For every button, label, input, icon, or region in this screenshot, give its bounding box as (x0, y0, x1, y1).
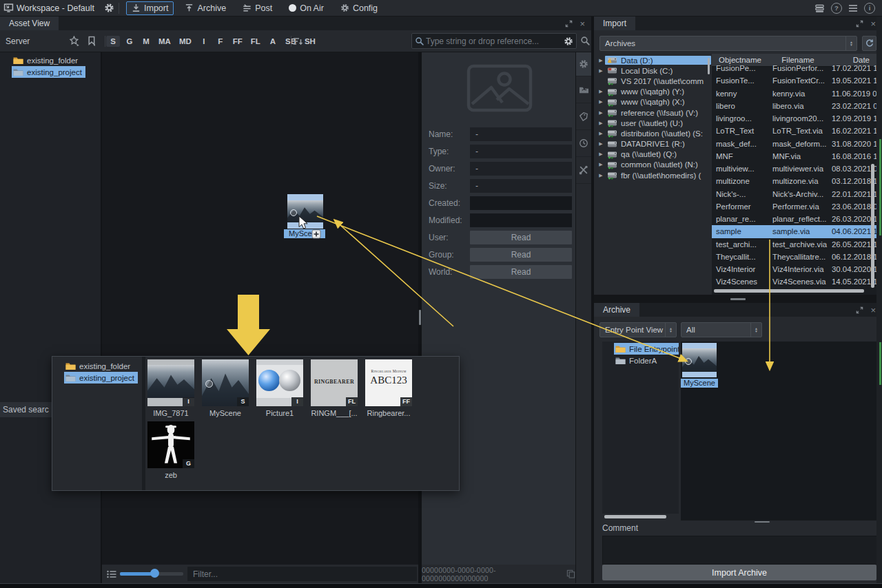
archive-row-kenny[interactable]: kennykenny.via11.06.2019 0 (712, 87, 876, 100)
type-filter-i[interactable]: I (197, 36, 211, 47)
type-filter-m[interactable]: M (139, 36, 153, 47)
panel-expand-icon[interactable] (564, 19, 573, 28)
nav-archive-button[interactable]: Archive (179, 1, 232, 15)
tools-icon[interactable] (576, 157, 591, 184)
expander-icon[interactable]: ▶ (597, 162, 605, 167)
archive-row-livingroo[interactable]: livingroo...livingroom20...12.09.2019 1 (712, 112, 876, 125)
server-tree-item-existing-project[interactable]: existing_project (12, 66, 85, 78)
asset-tile-ringbearer[interactable]: Ringbearer MediumABC123FFRingbearer... (362, 359, 415, 417)
archive-row-libero[interactable]: liberolibero.via23.02.2021 0 (712, 100, 876, 112)
archive-tree-hscrollbar[interactable] (604, 515, 666, 518)
workspace-settings-gear-icon[interactable] (104, 3, 114, 13)
comment-input[interactable] (602, 536, 881, 565)
archive-tree-item-file-entrypoint[interactable]: File Entrypoint (614, 343, 679, 355)
combobox-spinner-icon[interactable]: ▲▼ (665, 323, 676, 337)
asset-tile-ringm[interactable]: RINGBEARERFLRINGM___[... (308, 359, 360, 417)
copy-uuid-icon[interactable] (566, 569, 575, 578)
archive-row-sample[interactable]: samplesample.via04.06.2021 1 (712, 225, 876, 238)
asset-tile-picture1[interactable]: IPicture1 (254, 359, 306, 417)
expander-icon[interactable]: ▶ (597, 68, 605, 74)
archive-row-test-archi[interactable]: test_archi...test_archive.via26.05.2021 … (712, 238, 876, 251)
type-filter-a[interactable]: A (266, 36, 280, 47)
tab-archive[interactable]: Archive (594, 303, 639, 317)
archive-row-fusionte[interactable]: FusionTe...FusionTextCr...19.05.2021 1 (712, 74, 876, 87)
advanced-search-icon[interactable] (580, 36, 591, 46)
expander-icon[interactable]: ▶ (597, 89, 605, 94)
search-settings-gear-icon[interactable] (564, 36, 573, 46)
archive-row-viz4scenes[interactable]: Viz4ScenesViz4Scenes.via14.05.2021 1 (712, 275, 876, 288)
type-filter-sh[interactable]: SH (302, 36, 318, 47)
archive-row-multiview[interactable]: multiview...multiviewer.via08.03.2021 0 (712, 162, 876, 175)
thumbnail-size-slider-thumb[interactable] (150, 569, 159, 578)
expander-icon[interactable]: ▶ (597, 58, 605, 63)
drive-reference-fsaut-v[interactable]: ▶reference (\\fsaut) (V:) (597, 107, 711, 118)
tab-import[interactable]: Import (594, 17, 635, 30)
asset-tile-myscene[interactable]: SMyScene (199, 359, 252, 417)
expander-icon[interactable]: ▶ (597, 99, 605, 105)
user-rights-button[interactable]: Read (470, 231, 572, 244)
expander-icon[interactable]: ▶ (597, 141, 605, 147)
splitter-import-archive[interactable] (730, 298, 746, 300)
import-expand-icon[interactable] (855, 19, 864, 28)
expander-icon[interactable]: ▶ (597, 110, 605, 116)
world-rights-button[interactable]: Read (470, 265, 572, 279)
splitter-handle[interactable] (419, 310, 421, 325)
archive-row-mask-def[interactable]: mask_def...mask_deform...31.08.2020 1 (712, 138, 876, 150)
asset-item-myscene[interactable] (287, 194, 323, 229)
drive-user-autlet-u[interactable]: ▶user (\\autlet) (U:) (597, 118, 711, 128)
type-filter-f[interactable]: F (214, 36, 227, 47)
archive-expand-icon[interactable] (855, 306, 864, 315)
drive-datadrive1-r[interactable]: ▶DATADRIVE1 (R:) (597, 139, 711, 149)
type-filter-fl[interactable]: FL (248, 36, 263, 47)
keywords-tag-icon[interactable] (576, 103, 591, 130)
drive-data-d[interactable]: ▶Data (D:) (597, 55, 711, 65)
drive-local-disk-c[interactable]: ▶Local Disk (C:) (597, 65, 711, 76)
combobox-spinner-icon[interactable]: ▲▼ (750, 323, 761, 337)
nav-onair-button[interactable]: On Air (283, 1, 329, 15)
import-archive-button[interactable]: Import Archive (602, 565, 876, 580)
expander-icon[interactable]: ▶ (597, 120, 605, 126)
server-tree-item-existing-folder[interactable]: existing_folder (12, 54, 81, 66)
archive-tree-item-foldera[interactable]: FolderA (614, 355, 660, 366)
combobox-spinner-icon[interactable]: ▲▼ (845, 36, 857, 50)
tab-asset-view[interactable]: Asset View (0, 17, 59, 30)
table-hscrollbar-thumb[interactable] (714, 289, 864, 293)
archive-row-theycallit[interactable]: Theycallit...Theycallitatre...06.12.2018… (712, 251, 876, 263)
workspace-label[interactable]: Workspace - Default (17, 3, 94, 13)
asset-item-label-myscene[interactable]: MyScene (284, 229, 325, 238)
archive-row-multizone[interactable]: multizonemultizone.via03.12.2018 1 (712, 175, 876, 187)
field-input-modified[interactable] (470, 213, 572, 227)
nav-post-button[interactable]: Post (237, 1, 278, 15)
archive-close-icon[interactable]: × (870, 305, 876, 315)
archive-row-lotr-text[interactable]: LoTR_TextLoTR_Text.via16.02.2021 1 (712, 125, 876, 137)
field-input-created[interactable] (470, 196, 572, 210)
drive-vs-2017-autlet-comm[interactable]: VS 2017 (\\autlet\comm (597, 76, 711, 86)
drive-distribution-autlet-s[interactable]: ▶distribution (\\autlet) (S: (597, 128, 711, 138)
sort-icon[interactable] (292, 36, 303, 46)
drive-common-autlet-n[interactable]: ▶common (\\autlet) (N:) (597, 160, 711, 170)
entrypoint-view-combobox[interactable]: Entry Point View ▲▼ (599, 322, 677, 337)
table-vscrollbar-thumb[interactable] (871, 164, 874, 288)
archive-row-fusionpe[interactable]: FusionPe...FusionPerfor...17.02.2021 1 (712, 62, 876, 74)
import-close-icon[interactable]: × (870, 19, 876, 29)
nav-config-button[interactable]: Config (335, 1, 383, 15)
drive-fbr-autlet-homedirs[interactable]: ▶fbr (\\autlet\homedirs) ( (597, 170, 711, 180)
layers-icon[interactable] (814, 3, 825, 13)
type-filter-combobox[interactable]: All ▲▼ (681, 322, 762, 337)
folder-link-icon[interactable] (576, 76, 591, 103)
splitter-left[interactable] (101, 52, 102, 583)
type-filter-s[interactable]: S (106, 36, 120, 47)
type-filter-md[interactable]: MD (176, 36, 194, 47)
help-icon[interactable]: ? (831, 3, 842, 14)
expander-icon[interactable]: ▶ (597, 151, 605, 157)
archive-row-performer[interactable]: PerformerPerformer.via23.06.2018 0 (712, 200, 876, 213)
panel-close-icon[interactable]: × (580, 19, 585, 29)
group-rights-button[interactable]: Read (470, 248, 572, 262)
sync-star-icon[interactable] (69, 36, 81, 46)
archive-row-mnf[interactable]: MNFMNF.via16.08.2016 1 (712, 150, 876, 162)
bookmark-icon[interactable] (87, 36, 97, 46)
drive-www-qatgh-y[interactable]: ▶www (\\qatgh) (Y:) (597, 87, 711, 97)
archive-row-planar-re[interactable]: planar_re...planar_reflect...26.03.2020 … (712, 213, 876, 225)
menu-icon[interactable] (848, 4, 858, 12)
archive-content-pane[interactable]: MyScene (681, 342, 876, 521)
